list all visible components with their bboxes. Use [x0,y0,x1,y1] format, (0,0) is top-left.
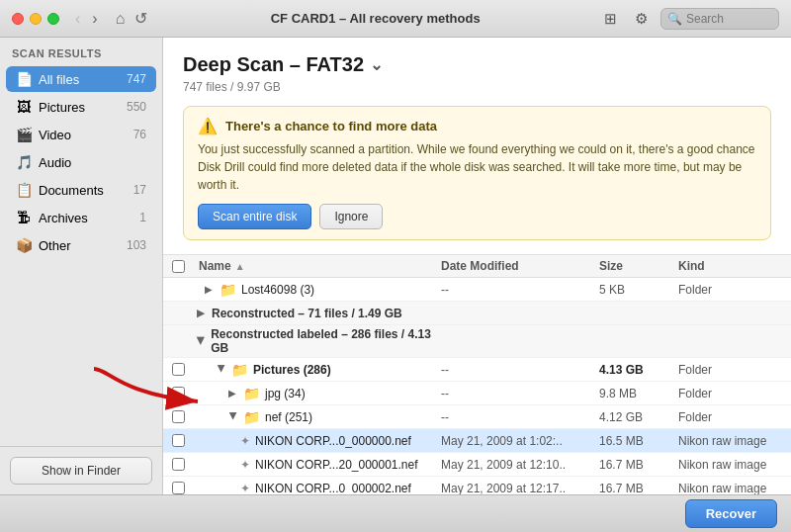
title-text: Deep Scan – FAT32 [183,53,364,76]
row-date: -- [435,387,593,400]
sidebar-item-audio[interactable]: 🎵 Audio [6,149,156,175]
row-name: ✦ NIKON CORP...20_000001.nef [193,458,435,472]
sidebar-item-all-files[interactable]: 📄 All files 747 [6,66,156,92]
table-row[interactable]: ✦ NIKON CORP...20_000001.nef May 21, 200… [163,453,791,477]
col-date[interactable]: Date Modified [435,259,593,273]
col-name[interactable]: Name ▲ [193,259,435,273]
content: Deep Scan – FAT32 ⌄ 747 files / 9.97 GB … [163,38,791,494]
sidebar-item-pictures[interactable]: 🖼 Pictures 550 [6,94,156,120]
close-button[interactable] [12,13,24,25]
documents-label: Documents [39,183,127,198]
minimize-button[interactable] [30,13,42,25]
expand-icon[interactable]: ▶ [205,284,215,295]
expand-icon[interactable]: ▶ [196,336,207,345]
content-header: Deep Scan – FAT32 ⌄ 747 files / 9.97 GB … [163,38,791,255]
folder-icon: 📁 [220,282,236,298]
sidebar-item-other[interactable]: 📦 Other 103 [6,232,156,258]
recover-button[interactable]: Recover [685,499,777,528]
group-name: Reconstructed – 71 files / 1.49 GB [212,307,402,320]
table-row-group[interactable]: ▶ Reconstructed – 71 files / 1.49 GB [163,302,791,325]
group-name: Reconstructed labeled – 286 files / 4.13… [211,327,431,355]
warning-body: You just successfully scanned a partitio… [198,140,756,194]
sidebar-header: Scan results [0,38,162,65]
row-checkbox-input[interactable] [172,410,185,423]
row-checkbox-input[interactable] [172,363,185,376]
title-chevron-icon[interactable]: ⌄ [370,55,383,74]
expand-icon[interactable]: ▶ [197,308,207,318]
table-row[interactable]: ▶ 📁 jpg (34) -- 9.8 MB Folder [163,382,791,405]
col-size[interactable]: Size [593,259,672,273]
nef-file-icon: ✦ [240,458,250,472]
table-row-group[interactable]: ▶ Reconstructed labeled – 286 files / 4.… [163,325,791,358]
row-kind: Folder [672,387,791,400]
table-row[interactable]: ▶ 📁 Lost46098 (3) -- 5 KB Folder [163,278,791,302]
row-checkbox-input[interactable] [172,434,185,447]
video-icon: 🎬 [16,127,32,142]
row-date: May 21, 2009 at 1:02:.. [435,434,593,448]
row-size: 16.7 MB [593,482,672,495]
expand-icon[interactable]: ▶ [228,388,238,399]
window-title: CF CARD1 – All recovery methods [151,11,599,26]
audio-icon: 🎵 [16,154,32,170]
scan-entire-disk-button[interactable]: Scan entire disk [198,204,311,229]
row-name: ▶ Reconstructed labeled – 286 files / 4.… [193,327,435,355]
warning-box: ⚠️ There's a chance to find more data Yo… [183,106,771,240]
sidebar-spacer [0,259,162,446]
row-name: ▶ Reconstructed – 71 files / 1.49 GB [193,307,435,320]
sidebar: Scan results 📄 All files 747 🖼 Pictures … [0,38,163,494]
warning-icon: ⚠️ [198,117,218,135]
audio-label: Audio [39,155,139,170]
video-count: 76 [133,128,146,141]
ignore-button[interactable]: Ignore [319,204,383,229]
nef-file-icon: ✦ [240,482,250,495]
row-name: ▶ 📁 jpg (34) [193,386,435,401]
row-size: 4.12 GB [593,410,672,424]
settings-button[interactable]: ⚙ [630,8,653,30]
folder-icon: 📁 [243,409,260,425]
fullscreen-button[interactable] [47,13,59,25]
nef-file-icon: ✦ [240,434,250,448]
view-toggle-button[interactable]: ⊞ [599,8,622,30]
row-checkbox-input[interactable] [172,387,185,399]
col-date-label: Date Modified [441,259,519,273]
table-row[interactable]: ✦ NIKON CORP...0_000002.nef May 21, 2009… [163,477,791,494]
sidebar-item-video[interactable]: 🎬 Video 76 [6,122,156,147]
history-button[interactable]: ↺ [131,7,151,30]
sort-arrow-icon: ▲ [235,261,245,272]
expand-icon[interactable]: ▶ [228,412,239,422]
select-all-checkbox[interactable] [172,260,185,273]
table-row[interactable]: ▶ 📁 Pictures (286) -- 4.13 GB Folder [163,358,791,382]
row-name: ✦ NIKON CORP...0_000000.nef [193,434,435,448]
sidebar-item-documents[interactable]: 📋 Documents 17 [6,177,156,203]
nav-buttons: ‹ › [71,8,102,30]
row-size: 9.8 MB [593,387,672,400]
table-row[interactable]: ▶ 📁 nef (251) -- 4.12 GB Folder [163,405,791,429]
file-table-container[interactable]: Name ▲ Date Modified Size Kind ▶ 📁 [163,255,791,494]
search-input[interactable] [686,12,772,26]
titlebar-right: ⊞ ⚙ 🔍 [599,8,779,30]
file-name: Lost46098 (3) [241,283,314,297]
expand-icon[interactable]: ▶ [217,365,227,375]
warning-title: There's a chance to find more data [225,119,437,133]
traffic-lights [12,13,59,25]
search-box: 🔍 [660,8,779,30]
show-in-finder-button[interactable]: Show in Finder [10,457,152,485]
titlebar: ‹ › ⌂ ↺ CF CARD1 – All recovery methods … [0,0,791,38]
row-checkbox-input[interactable] [172,482,185,494]
sidebar-item-archives[interactable]: 🗜 Archives 1 [6,205,156,230]
col-size-label: Size [599,259,623,273]
all-files-count: 747 [127,72,146,86]
forward-button[interactable]: › [88,8,101,30]
video-label: Video [39,128,127,142]
table-row[interactable]: ✦ NIKON CORP...0_000000.nef May 21, 2009… [163,429,791,453]
home-button[interactable]: ⌂ [110,8,132,30]
row-date: -- [435,363,593,377]
col-kind[interactable]: Kind [672,259,791,273]
back-button[interactable]: ‹ [71,8,84,30]
bottom-bar: Recover [0,494,791,532]
pictures-icon: 🖼 [16,99,32,115]
folder-icon: 📁 [243,386,260,401]
file-name: nef (251) [265,410,312,424]
other-count: 103 [127,238,146,252]
row-checkbox-input[interactable] [172,458,185,471]
